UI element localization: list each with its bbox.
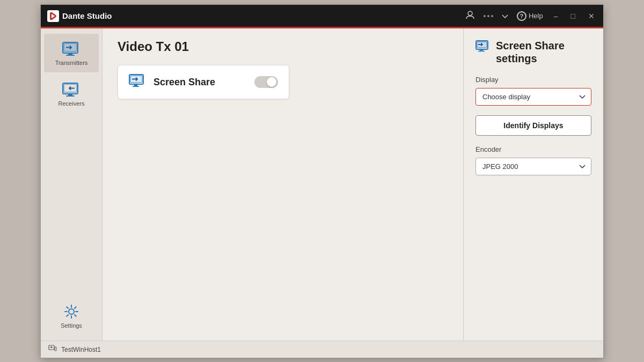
app-title: Dante Studio — [62, 11, 112, 20]
svg-rect-18 — [478, 51, 485, 52]
help-label: Help — [529, 12, 543, 20]
titlebar: Dante Studio ? H — [41, 5, 603, 28]
help-button[interactable]: ? Help — [517, 11, 543, 21]
minimize-button[interactable]: – — [552, 11, 560, 21]
chevron-down-icon[interactable] — [502, 11, 508, 21]
sidebar-receivers-label: Receivers — [58, 100, 85, 107]
page-title: Video Tx 01 — [118, 39, 448, 54]
display-label: Display — [475, 76, 591, 84]
screenshare-card: Screen Share — [118, 65, 289, 99]
app-body: Transmitters Receivers — [41, 28, 603, 341]
svg-rect-13 — [134, 84, 137, 86]
encoder-label: Encoder — [475, 145, 591, 153]
sidebar-item-receivers[interactable]: Receivers — [44, 75, 99, 113]
encoder-select[interactable]: JPEG 2000 — [475, 158, 591, 175]
host-icon — [48, 345, 57, 354]
display-field-group: Display Choose display — [475, 76, 591, 106]
svg-point-0 — [468, 11, 472, 16]
identify-field-group: Identify Displays — [475, 115, 591, 136]
right-panel: Screen Share settings Display Choose dis… — [464, 28, 603, 341]
close-button[interactable]: ✕ — [586, 11, 597, 21]
host-name: TestWinHost1 — [61, 346, 101, 353]
panel-icon — [475, 40, 491, 54]
help-icon: ? — [517, 11, 526, 21]
svg-rect-9 — [66, 95, 75, 97]
sidebar-transmitters-label: Transmitters — [55, 60, 88, 66]
statusbar: TestWinHost1 — [41, 341, 603, 358]
app-window: Dante Studio ? H — [40, 4, 604, 358]
toggle-knob — [267, 77, 276, 87]
svg-rect-4 — [68, 53, 72, 55]
encoder-field-group: Encoder JPEG 2000 — [475, 145, 591, 175]
maximize-button[interactable]: □ — [569, 11, 577, 21]
transmitters-icon — [61, 40, 82, 57]
svg-rect-14 — [133, 86, 139, 87]
svg-rect-5 — [66, 55, 75, 56]
sidebar-item-settings[interactable]: Settings — [44, 297, 99, 335]
main-content: Video Tx 01 Screen Share — [103, 28, 464, 341]
identify-displays-button[interactable]: Identify Displays — [475, 115, 591, 136]
dante-logo-icon — [47, 10, 59, 22]
titlebar-controls: ? Help – □ ✕ — [465, 10, 597, 22]
sidebar: Transmitters Receivers — [41, 28, 103, 341]
svg-rect-20 — [55, 347, 56, 351]
screenshare-toggle[interactable] — [254, 76, 278, 88]
panel-title: Screen Share settings — [496, 39, 591, 65]
receivers-icon — [61, 81, 82, 98]
panel-header: Screen Share settings — [475, 39, 591, 65]
display-select[interactable]: Choose display — [475, 88, 591, 106]
sidebar-settings-label: Settings — [61, 322, 82, 329]
settings-icon — [61, 303, 82, 320]
menu-dots[interactable] — [484, 15, 493, 17]
app-logo: Dante Studio — [47, 10, 112, 22]
screenshare-card-icon — [129, 74, 146, 90]
svg-rect-17 — [480, 49, 483, 51]
svg-point-10 — [69, 309, 74, 314]
screenshare-card-label: Screen Share — [153, 77, 247, 88]
svg-rect-8 — [68, 94, 72, 95]
user-icon[interactable] — [465, 10, 475, 22]
sidebar-item-transmitters[interactable]: Transmitters — [44, 34, 99, 72]
